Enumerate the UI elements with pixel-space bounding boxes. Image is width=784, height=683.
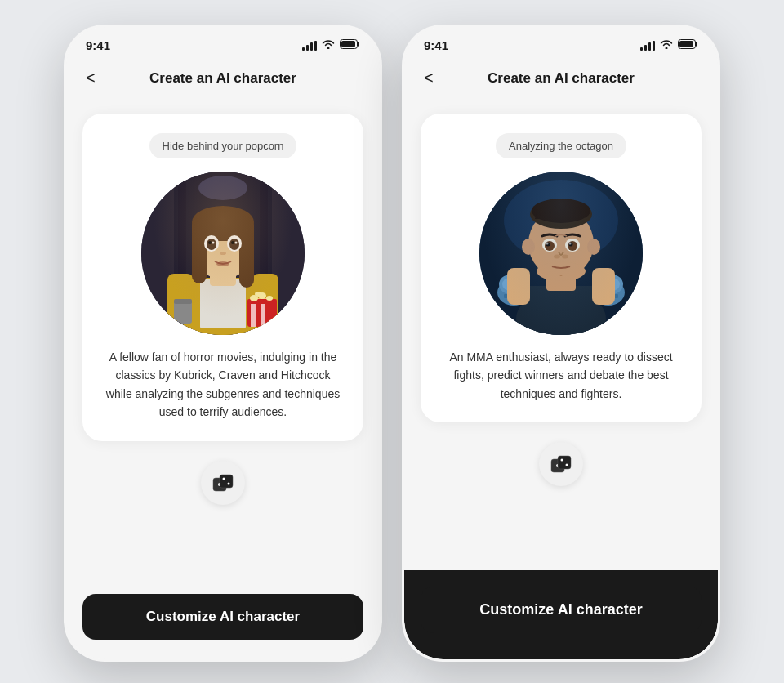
nav-bar-left: < Create an AI character: [66, 59, 380, 100]
status-time-right: 9:41: [424, 38, 448, 52]
svg-point-32: [229, 239, 239, 250]
phone-right: 9:41: [402, 25, 720, 662]
content-area-left: Hide behind your popcorn: [66, 100, 380, 584]
dice-button-right[interactable]: [539, 442, 583, 486]
svg-point-81: [566, 464, 568, 466]
svg-rect-41: [220, 475, 233, 488]
svg-point-72: [554, 255, 560, 259]
svg-rect-46: [479, 172, 643, 335]
svg-rect-9: [200, 279, 246, 328]
svg-point-7: [180, 282, 265, 335]
svg-point-54: [600, 275, 623, 294]
svg-rect-27: [239, 222, 254, 288]
svg-point-71: [569, 243, 572, 245]
svg-rect-11: [252, 274, 278, 321]
svg-point-38: [216, 261, 229, 266]
svg-point-53: [592, 279, 625, 306]
status-time-left: 9:41: [86, 38, 110, 52]
status-bar-right: 9:41: [404, 27, 718, 59]
dice-button-left[interactable]: [201, 461, 245, 505]
svg-point-80: [561, 459, 564, 462]
signal-icon-right: [640, 41, 655, 51]
svg-rect-60: [546, 260, 576, 291]
svg-rect-3: [174, 172, 272, 335]
customize-button-right[interactable]: Customize AI character: [421, 587, 702, 633]
svg-rect-45: [679, 41, 693, 47]
svg-point-61: [528, 209, 594, 278]
svg-point-18: [258, 292, 266, 299]
svg-point-47: [504, 180, 618, 261]
svg-rect-26: [192, 222, 207, 283]
svg-point-36: [235, 242, 238, 244]
svg-point-31: [207, 239, 216, 250]
svg-rect-1: [341, 41, 355, 47]
back-button-left[interactable]: <: [82, 65, 99, 91]
svg-point-51: [499, 275, 522, 294]
svg-point-66: [545, 241, 555, 251]
svg-rect-58: [507, 268, 530, 305]
svg-point-37: [220, 252, 226, 255]
battery-icon-left: [340, 39, 360, 51]
svg-point-19: [266, 296, 273, 301]
svg-point-20: [255, 292, 261, 297]
svg-rect-8: [186, 278, 260, 335]
svg-point-69: [569, 243, 573, 247]
svg-point-4: [198, 176, 247, 200]
status-bar-left: 9:41: [66, 27, 380, 59]
dice-container-left: [201, 458, 245, 508]
character-card-left: Hide behind your popcorn: [82, 114, 363, 441]
svg-point-63: [532, 199, 590, 223]
character-card-right: Analyzing the octagon: [421, 114, 702, 422]
svg-point-43: [228, 482, 230, 484]
svg-rect-16: [247, 299, 277, 304]
svg-rect-6: [260, 172, 268, 335]
svg-rect-13: [247, 301, 277, 327]
svg-point-35: [212, 242, 215, 244]
status-icons-right: [640, 39, 698, 51]
svg-point-76: [587, 239, 600, 255]
svg-point-75: [522, 239, 535, 255]
speech-bubble-right: Analyzing the octagon: [496, 133, 626, 158]
svg-point-24: [192, 211, 254, 279]
content-area-right: Analyzing the octagon: [404, 100, 718, 570]
wifi-icon-right: [660, 39, 673, 51]
svg-rect-57: [600, 294, 618, 298]
svg-rect-79: [558, 456, 571, 469]
bottom-section-left: Customize AI character: [66, 584, 380, 659]
svg-point-67: [568, 241, 577, 251]
svg-rect-49: [524, 286, 598, 335]
character-desc-left: A fellow fan of horror movies, indulging…: [99, 348, 347, 422]
svg-point-48: [516, 290, 606, 335]
svg-point-33: [208, 241, 212, 244]
battery-icon-right: [678, 39, 698, 51]
page-title-left: Create an AI character: [149, 70, 296, 87]
speech-bubble-left: Hide behind your popcorn: [149, 133, 297, 158]
page-title-right: Create an AI character: [488, 70, 635, 87]
signal-icon-left: [302, 41, 317, 51]
avatar-mma: [479, 172, 643, 335]
svg-point-42: [223, 477, 225, 480]
svg-rect-2: [141, 172, 305, 335]
svg-point-62: [530, 199, 592, 229]
svg-point-29: [204, 235, 219, 252]
svg-point-17: [250, 295, 258, 301]
phone-left: 9:41: [64, 25, 382, 662]
svg-point-65: [565, 239, 580, 252]
dice-container-right: [539, 439, 583, 489]
svg-point-34: [231, 241, 234, 244]
svg-rect-22: [174, 299, 192, 304]
status-icons-left: [302, 39, 360, 51]
nav-bar-right: < Create an AI character: [404, 59, 718, 100]
svg-rect-12: [252, 298, 274, 327]
svg-point-55: [604, 278, 620, 291]
svg-point-64: [542, 239, 557, 252]
svg-rect-15: [261, 301, 265, 327]
svg-point-25: [192, 206, 254, 239]
svg-point-68: [546, 243, 550, 247]
svg-rect-28: [192, 217, 254, 241]
svg-rect-56: [504, 294, 522, 298]
back-button-right[interactable]: <: [421, 65, 437, 91]
svg-point-52: [502, 278, 519, 291]
character-desc-right: An MMA enthusiast, always ready to disse…: [437, 348, 685, 403]
customize-button-left[interactable]: Customize AI character: [82, 594, 363, 640]
